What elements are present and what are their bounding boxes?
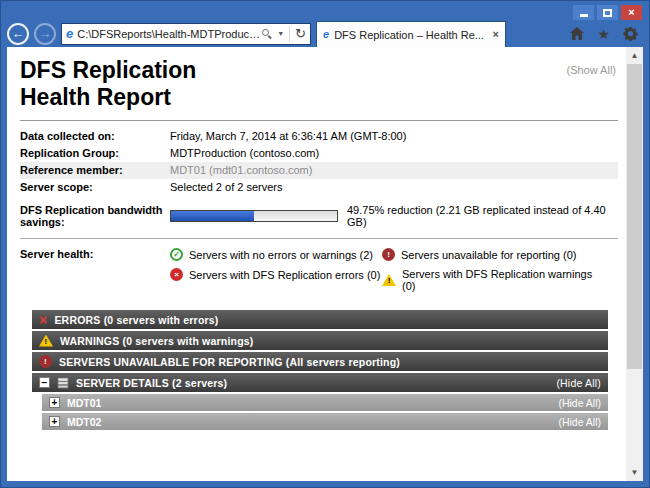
back-button[interactable]: ← [7, 23, 29, 45]
collected-label: Data collected on: [20, 130, 170, 142]
scroll-up-button[interactable]: ▲ [626, 47, 643, 64]
health-item-errors: × Servers with DFS Replication errors (0… [170, 268, 382, 281]
address-divider [289, 26, 290, 42]
bandwidth-label: DFS Replication bandwidth savings: [20, 204, 170, 228]
collapse-toggle[interactable]: − [39, 377, 50, 388]
tab-close-icon[interactable]: × [493, 29, 499, 40]
check-glyph: ✓ [173, 251, 180, 259]
ie-logo-icon: e [66, 27, 73, 40]
health-item-warnings: ! Servers with DFS Replication warnings … [382, 268, 594, 292]
bang-glyph: ! [45, 336, 48, 347]
report-page: DFS Replication Health Report (Show All)… [7, 47, 643, 481]
info-row-scope: Server scope: Selected 2 of 2 servers [20, 179, 618, 196]
unavailable-circle-icon: ! [382, 248, 395, 261]
info-row-collected: Data collected on: Friday, March 7, 2014… [20, 128, 618, 145]
address-url[interactable]: C:\DFSReports\Health-MDTProduction-07M [77, 28, 262, 40]
caption-buttons: × [573, 5, 642, 20]
favorites-button[interactable]: ★ [597, 27, 610, 41]
section-unavailable[interactable]: ! SERVERS UNAVAILABLE FOR REPORTING (All… [32, 352, 608, 371]
tab-title: DFS Replication – Health Re... [334, 29, 487, 41]
report-content: DFS Replication Health Report (Show All)… [7, 47, 626, 481]
server-name: MDT02 [67, 416, 101, 428]
page-title-line2: Health Report [20, 84, 618, 111]
plus-glyph: + [52, 417, 58, 427]
arrow-up-icon: ▲ [631, 51, 639, 60]
address-bar[interactable]: e C:\DFSReports\Health-MDTProduction-07M… [61, 23, 311, 45]
section-errors[interactable]: × ERRORS (0 servers with errors) [32, 310, 608, 329]
minimize-icon [580, 14, 588, 17]
section-errors-label: ERRORS (0 servers with errors) [54, 314, 218, 326]
bandwidth-progress-fill [171, 211, 254, 221]
hide-all-link[interactable]: (Hide All) [556, 377, 601, 389]
check-circle-icon: ✓ [170, 248, 183, 261]
health-column-right: ! Servers unavailable for reporting (0) … [382, 248, 594, 292]
maximize-icon [603, 9, 612, 17]
bandwidth-divider [20, 238, 618, 239]
group-label: Replication Group: [20, 147, 170, 159]
browser-window: × ← → e C:\DFSReports\Health-MDTProducti… [0, 0, 650, 488]
toolbar-right-icons: ★ [570, 26, 638, 41]
bandwidth-text: 49.75% reduction (2.21 GB replicated ins… [347, 204, 618, 228]
forward-icon: → [39, 27, 52, 40]
scope-label: Server scope: [20, 181, 170, 193]
bandwidth-value: 49.75% reduction (2.21 GB replicated ins… [170, 204, 618, 228]
report-sections: × ERRORS (0 servers with errors) ! WARNI… [32, 310, 608, 430]
address-bar-icons: ▼ ↻ [262, 26, 306, 42]
info-row-group: Replication Group: MDTProduction (contos… [20, 145, 618, 162]
health-item-warnings-text: Servers with DFS Replication warnings (0… [402, 268, 594, 292]
warning-triangle-icon: ! [382, 274, 396, 286]
health-column-left: ✓ Servers with no errors or warnings (2)… [170, 248, 382, 292]
show-all-link[interactable]: (Show All) [566, 64, 616, 76]
section-unavailable-label: SERVERS UNAVAILABLE FOR REPORTING (All s… [59, 356, 400, 368]
forward-button[interactable]: → [34, 23, 56, 45]
reference-label: Reference member: [20, 164, 170, 176]
unavailable-circle-icon: ! [39, 355, 52, 368]
gear-icon [623, 26, 638, 41]
server-row-mdt02[interactable]: + MDT02 (Hide All) [42, 413, 608, 430]
group-value: MDTProduction (contoso.com) [170, 147, 319, 159]
vertical-scrollbar[interactable]: ▲ ▼ [626, 47, 643, 481]
address-dropdown-icon[interactable]: ▼ [277, 30, 284, 37]
minimize-button[interactable] [573, 5, 594, 20]
settings-button[interactable] [623, 26, 638, 41]
scrollbar-thumb[interactable] [627, 64, 642, 369]
bang-glyph: ! [44, 358, 47, 366]
section-server-details-label: SERVER DETAILS (2 servers) [76, 377, 227, 389]
maximize-button[interactable] [597, 5, 618, 20]
browser-tab[interactable]: e DFS Replication – Health Re... × [316, 21, 506, 47]
page-title: DFS Replication Health Report [20, 57, 618, 111]
title-divider [20, 120, 618, 121]
reference-value: MDT01 (mdt01.contoso.com) [170, 164, 312, 176]
cross-glyph: × [174, 271, 179, 279]
bang-glyph: ! [387, 251, 390, 259]
home-button[interactable] [570, 27, 584, 40]
close-button[interactable]: × [621, 5, 642, 20]
back-icon: ← [12, 27, 25, 40]
plus-glyph: + [52, 398, 58, 408]
section-warnings-label: WARNINGS (0 servers with warnings) [60, 335, 254, 347]
health-item-unavailable-text: Servers unavailable for reporting (0) [401, 249, 576, 261]
info-row-bandwidth: DFS Replication bandwidth savings: 49.75… [20, 202, 618, 230]
section-server-details[interactable]: − SERVER DETAILS (2 servers) (Hide All) [32, 373, 608, 392]
home-icon [570, 27, 584, 40]
bang-glyph: ! [388, 275, 391, 286]
health-item-ok-text: Servers with no errors or warnings (2) [189, 249, 373, 261]
tab-favicon-icon: e [323, 29, 329, 40]
server-row-mdt01[interactable]: + MDT01 (Hide All) [42, 394, 608, 411]
report-header: DFS Replication Health Report (Show All) [20, 57, 618, 111]
browser-chrome: ← → e C:\DFSReports\Health-MDTProduction… [7, 20, 643, 47]
health-item-unavailable: ! Servers unavailable for reporting (0) [382, 248, 594, 261]
search-icon[interactable] [262, 29, 272, 39]
info-row-reference: Reference member: MDT01 (mdt01.contoso.c… [20, 162, 618, 179]
hide-all-link[interactable]: (Hide All) [558, 416, 601, 428]
collected-value: Friday, March 7, 2014 at 6:36:41 AM (GMT… [170, 130, 406, 142]
scroll-down-button[interactable]: ▼ [626, 464, 643, 481]
expand-toggle[interactable]: + [49, 416, 60, 427]
close-icon: × [628, 7, 634, 18]
refresh-icon[interactable]: ↻ [295, 27, 306, 40]
hide-all-link[interactable]: (Hide All) [558, 397, 601, 409]
health-label: Server health: [20, 248, 170, 260]
expand-toggle[interactable]: + [49, 397, 60, 408]
section-warnings[interactable]: ! WARNINGS (0 servers with warnings) [32, 331, 608, 350]
star-icon: ★ [597, 27, 610, 41]
